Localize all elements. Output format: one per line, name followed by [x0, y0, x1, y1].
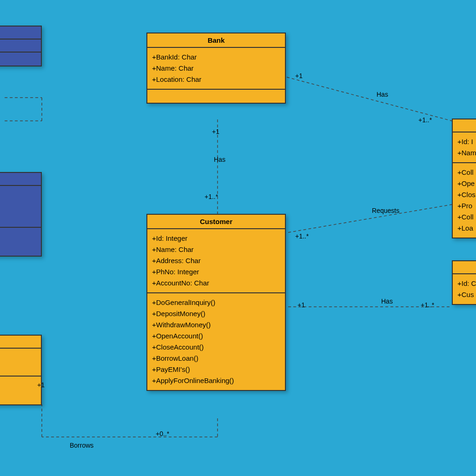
bank-class: Bank +BankId: Char +Name: Char +Location… [146, 33, 286, 104]
left-class-1 [0, 26, 42, 66]
customer-loan-right: +0..* [156, 430, 169, 437]
bank-title: Bank [147, 33, 285, 48]
loan-class [0, 335, 42, 405]
account-title [453, 261, 476, 274]
customer-title: Customer [147, 215, 285, 229]
customer-loan-left: +1 [37, 381, 45, 389]
customer-methods: +DoGeneralInquiry() +DepositMoney() +Wit… [147, 293, 285, 390]
bank-teller-label: Has [377, 91, 388, 98]
left-class-2-title [0, 173, 41, 186]
customer-account-left: +1 [298, 301, 305, 309]
bank-customer-label: Has [214, 156, 225, 163]
customer-class: Customer +Id: Integer +Name: Char +Addre… [146, 214, 286, 391]
bank-customer-top: +1 [212, 128, 219, 135]
teller-attrs: +Id: I +Nam [453, 132, 476, 163]
customer-account-label: Has [381, 298, 393, 305]
teller-methods: +Coll +Ope +Clos +Pro +Coll +Loa [453, 163, 476, 238]
svg-line-2 [288, 205, 452, 232]
bank-teller-left: +1 [295, 72, 303, 79]
customer-teller-left: +1..* [295, 232, 309, 240]
bank-attrs: +BankId: Char +Name: Char +Location: Cha… [147, 48, 285, 90]
left-class-2 [0, 172, 42, 257]
svg-line-1 [287, 77, 452, 121]
customer-account-right: +1..* [421, 301, 434, 309]
teller-title [453, 119, 476, 132]
customer-attrs: +Id: Integer +Name: Char +Address: Char … [147, 229, 285, 293]
left-class-1-title [0, 26, 41, 40]
account-class: +Id: C +Cus [452, 260, 476, 305]
bank-methods [147, 90, 285, 103]
customer-teller-label: Requests [372, 207, 399, 214]
teller-class: +Id: I +Nam +Coll +Ope +Clos +Pro +Coll … [452, 119, 476, 238]
customer-loan-label: Borrows [70, 442, 93, 449]
bank-customer-bottom: +1..* [205, 193, 218, 200]
loan-title [0, 336, 41, 349]
bank-teller-right: +1..* [418, 116, 432, 124]
account-attrs: +Id: C +Cus [453, 274, 476, 304]
